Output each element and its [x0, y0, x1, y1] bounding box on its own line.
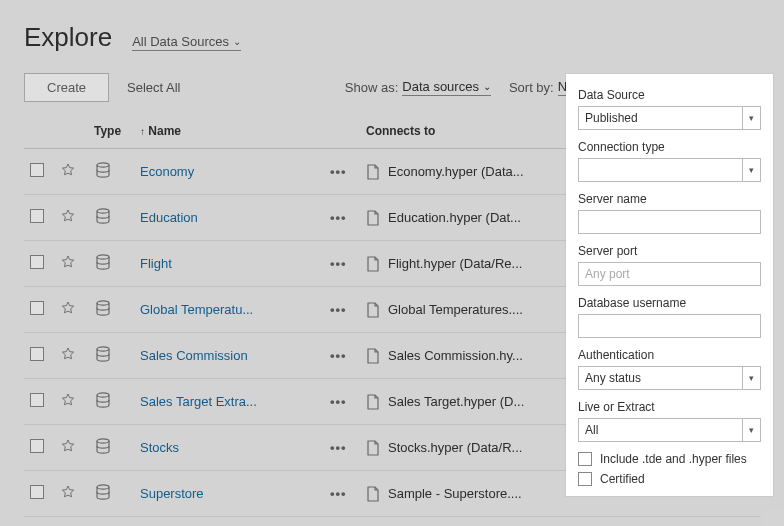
star-icon[interactable] [60, 208, 76, 224]
filter-db-username-input[interactable] [578, 314, 761, 338]
star-icon[interactable] [60, 346, 76, 362]
file-icon [366, 164, 380, 180]
filter-data-source-select[interactable]: Published ▾ [578, 106, 761, 130]
connects-to-text: Global Temperatures.... [388, 302, 523, 317]
star-icon[interactable] [60, 484, 76, 500]
row-actions-button[interactable]: ••• [330, 486, 347, 501]
svg-point-10 [97, 347, 109, 351]
row-actions-button[interactable]: ••• [330, 210, 347, 225]
show-as-selector[interactable]: Data sources ⌄ [402, 79, 491, 96]
connects-to-text: Sales Target.hyper (D... [388, 394, 524, 409]
database-icon [94, 299, 112, 317]
data-source-name-link[interactable]: Education [140, 210, 198, 225]
database-icon [94, 391, 112, 409]
chevron-down-icon: ⌄ [233, 36, 241, 47]
filter-connection-type-select[interactable]: ▾ [578, 158, 761, 182]
filter-server-name-label: Server name [578, 192, 761, 206]
filter-data-source-label: Data Source [578, 88, 761, 102]
row-checkbox[interactable] [30, 347, 44, 361]
data-source-name-link[interactable]: Sales Commission [140, 348, 248, 363]
star-icon[interactable] [60, 438, 76, 454]
data-source-name-link[interactable]: Sales Target Extra... [140, 394, 257, 409]
chevron-down-icon: ⌄ [483, 81, 491, 92]
filter-live-extract-label: Live or Extract [578, 400, 761, 414]
file-icon [366, 394, 380, 410]
row-actions-button[interactable]: ••• [330, 348, 347, 363]
file-icon [366, 440, 380, 456]
file-icon [366, 256, 380, 272]
connects-to-text: Sales Commission.hy... [388, 348, 523, 363]
col-header-name[interactable]: ↑ Name [134, 114, 324, 149]
star-icon[interactable] [60, 254, 76, 270]
source-selector-label: All Data Sources [132, 34, 229, 49]
data-source-name-link[interactable]: Global Temperatu... [140, 302, 253, 317]
data-source-name-link[interactable]: Flight [140, 256, 172, 271]
sort-by-label: Sort by: [509, 80, 554, 95]
row-checkbox[interactable] [30, 301, 44, 315]
row-checkbox[interactable] [30, 255, 44, 269]
row-checkbox[interactable] [30, 163, 44, 177]
filter-auth-select[interactable]: Any status ▾ [578, 366, 761, 390]
row-actions-button[interactable]: ••• [330, 302, 347, 317]
create-button[interactable]: Create [24, 73, 109, 102]
chevron-down-icon: ▾ [742, 159, 760, 181]
database-icon [94, 437, 112, 455]
svg-point-9 [97, 301, 109, 305]
chevron-down-icon: ▾ [742, 367, 760, 389]
connects-to-text: Stocks.hyper (Data/R... [388, 440, 522, 455]
file-icon [366, 486, 380, 502]
connects-to-text: Economy.hyper (Data... [388, 164, 524, 179]
database-icon [94, 207, 112, 225]
filter-server-port-input[interactable]: Any port [578, 262, 761, 286]
chevron-down-icon: ▾ [742, 419, 760, 441]
connects-to-text: Flight.hyper (Data/Re... [388, 256, 522, 271]
filter-panel: Data Source Published ▾ Connection type … [566, 74, 773, 496]
file-icon [366, 348, 380, 364]
row-checkbox[interactable] [30, 439, 44, 453]
page-title: Explore [24, 22, 112, 53]
svg-point-12 [97, 439, 109, 443]
data-source-name-link[interactable]: Stocks [140, 440, 179, 455]
col-header-type[interactable]: Type [88, 114, 134, 149]
row-actions-button[interactable]: ••• [330, 164, 347, 179]
database-icon [94, 345, 112, 363]
filter-connection-type-label: Connection type [578, 140, 761, 154]
svg-point-6 [97, 163, 109, 167]
star-icon[interactable] [60, 392, 76, 408]
file-icon [366, 302, 380, 318]
row-checkbox[interactable] [30, 393, 44, 407]
database-icon [94, 161, 112, 179]
filter-auth-label: Authentication [578, 348, 761, 362]
filter-certified-checkbox[interactable] [578, 472, 592, 486]
svg-point-8 [97, 255, 109, 259]
filter-server-port-label: Server port [578, 244, 761, 258]
row-checkbox[interactable] [30, 485, 44, 499]
svg-point-13 [97, 485, 109, 489]
row-actions-button[interactable]: ••• [330, 440, 347, 455]
filter-certified-label: Certified [600, 472, 645, 486]
filter-server-name-input[interactable] [578, 210, 761, 234]
file-icon [366, 210, 380, 226]
connects-to-text: Education.hyper (Dat... [388, 210, 521, 225]
show-as-value: Data sources [402, 79, 479, 94]
database-icon [94, 253, 112, 271]
show-as-label: Show as: [345, 80, 398, 95]
filter-include-tde-label: Include .tde and .hyper files [600, 452, 747, 466]
filter-db-username-label: Database username [578, 296, 761, 310]
star-icon[interactable] [60, 162, 76, 178]
row-actions-button[interactable]: ••• [330, 256, 347, 271]
filter-live-extract-select[interactable]: All ▾ [578, 418, 761, 442]
star-icon[interactable] [60, 300, 76, 316]
data-source-name-link[interactable]: Superstore [140, 486, 204, 501]
row-checkbox[interactable] [30, 209, 44, 223]
database-icon [94, 483, 112, 501]
source-selector[interactable]: All Data Sources ⌄ [132, 34, 241, 51]
data-source-name-link[interactable]: Economy [140, 164, 194, 179]
chevron-down-icon: ▾ [742, 107, 760, 129]
connects-to-text: Sample - Superstore.... [388, 486, 522, 501]
filter-include-tde-checkbox[interactable] [578, 452, 592, 466]
svg-point-11 [97, 393, 109, 397]
svg-point-7 [97, 209, 109, 213]
row-actions-button[interactable]: ••• [330, 394, 347, 409]
select-all-link[interactable]: Select All [127, 80, 180, 95]
